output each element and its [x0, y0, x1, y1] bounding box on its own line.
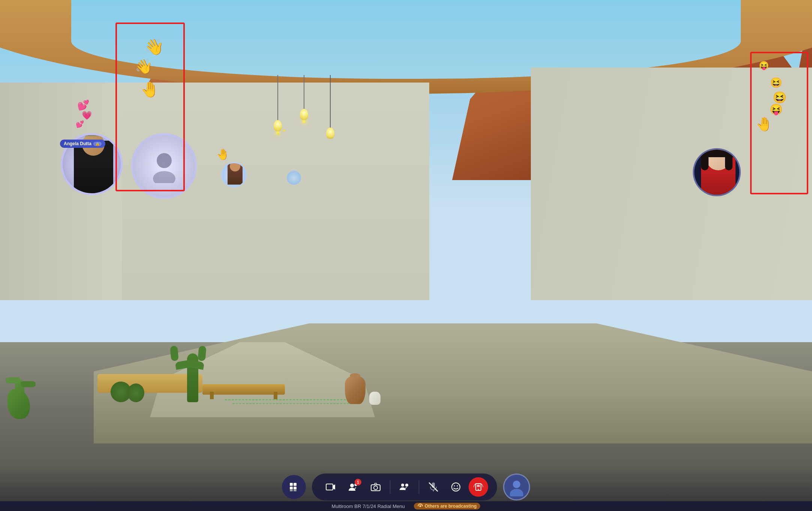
svg-point-19 [452, 483, 460, 491]
wave-emoji-right: 🤚 [756, 116, 773, 132]
svg-point-21 [457, 485, 458, 487]
emoji-button[interactable] [446, 477, 466, 497]
people-badge: 1 [355, 479, 361, 485]
film-button[interactable] [321, 477, 340, 497]
angela-name-label: Angela Dutta [64, 141, 91, 146]
broadcast-button[interactable] [469, 477, 488, 497]
room-name-item: Multiroom BR 7/1/24 Radial Menu [332, 503, 405, 509]
mic-button[interactable] [424, 477, 443, 497]
svg-point-20 [454, 485, 455, 487]
status-bar: Multiroom BR 7/1/24 Radial Menu Others a… [0, 501, 812, 511]
angela-name-tag: Angela Dutta 🔒 [60, 140, 105, 148]
svg-point-10 [350, 484, 354, 487]
svg-point-15 [405, 484, 408, 487]
pottery-vase [345, 376, 366, 404]
laugh-emoji-3: 😆 [773, 91, 787, 104]
svg-rect-4 [290, 487, 293, 490]
heart-emoji-2: 💗 [82, 111, 92, 120]
portal-tiny [287, 171, 301, 185]
wave-emoji-small: 🤚 [216, 148, 229, 161]
svg-point-26 [513, 481, 520, 488]
vr-scene: Angela Dutta 🔒 💕 💗 💕 👋 👋 🤚 🤚 😝 😆 [0, 0, 812, 511]
room-name-text: Multiroom BR 7/1/24 Radial Menu [332, 503, 405, 509]
svg-point-1 [153, 171, 175, 183]
grid-menu-button[interactable] [282, 475, 306, 499]
broadcasting-label: Others are broadcasting [425, 503, 477, 509]
svg-rect-6 [290, 490, 293, 491]
svg-point-0 [157, 153, 172, 168]
heart-emoji-3: 💕 [76, 120, 84, 128]
svg-rect-23 [477, 485, 480, 487]
svg-point-14 [401, 484, 404, 487]
user-avatar-button[interactable] [503, 473, 530, 500]
heart-emoji-1: 💕 [77, 99, 89, 111]
svg-rect-8 [326, 484, 333, 490]
svg-rect-3 [294, 483, 297, 486]
wave-emoji-3: 🤚 [141, 81, 159, 98]
laugh-emoji-4: 😝 [770, 103, 783, 116]
bench [202, 384, 285, 395]
angela-badge: 🔒 [93, 142, 102, 146]
svg-rect-2 [290, 483, 293, 486]
toolbar-separator-2 [419, 480, 419, 494]
hanging-light-3 [326, 75, 334, 139]
hanging-light-2 [300, 75, 308, 123]
wave-emoji-2: 👋 [135, 58, 153, 75]
hanging-light-1 [274, 75, 282, 134]
camera-button[interactable] [366, 477, 385, 497]
laugh-emoji-2: 😆 [770, 77, 782, 89]
laugh-emoji-1: 😝 [759, 61, 769, 71]
toolbar: 1 [282, 473, 530, 500]
svg-point-24 [478, 489, 479, 490]
floor-path-markings [225, 399, 356, 402]
portal-center [131, 133, 197, 199]
portal-small [221, 162, 247, 188]
svg-rect-7 [294, 490, 297, 491]
toolbar-separator-1 [390, 480, 390, 494]
svg-point-13 [374, 486, 378, 490]
portal-right [693, 148, 741, 196]
wave-emoji-1: 👋 [144, 38, 164, 56]
broadcasting-badge[interactable]: Others are broadcasting [414, 503, 481, 509]
svg-rect-5 [294, 487, 297, 490]
svg-point-28 [419, 505, 421, 507]
avatars-button[interactable] [395, 477, 414, 497]
main-toolbar-pill: 1 [312, 473, 497, 500]
people-button[interactable]: 1 [343, 477, 363, 497]
